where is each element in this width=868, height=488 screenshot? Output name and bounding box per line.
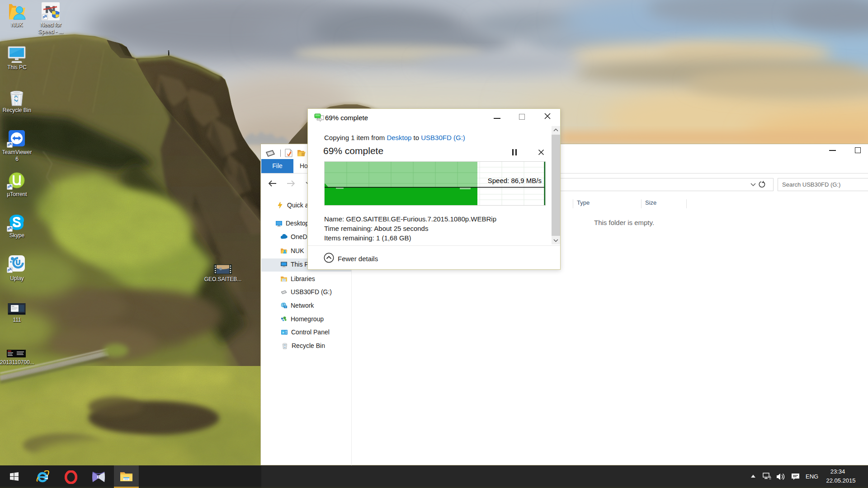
- svg-text:Speed: 86,9 MB/s: Speed: 86,9 MB/s: [488, 177, 542, 184]
